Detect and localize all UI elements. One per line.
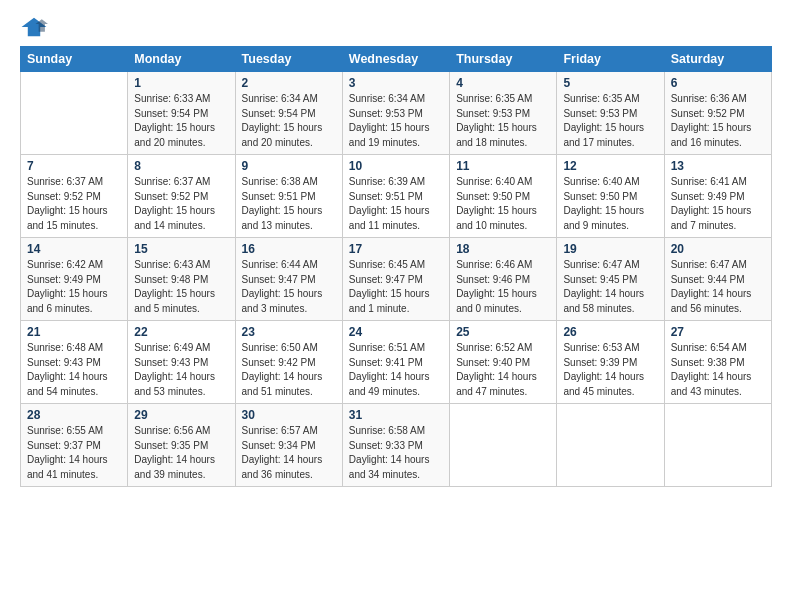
calendar-cell: 22Sunrise: 6:49 AM Sunset: 9:43 PM Dayli… [128, 321, 235, 404]
calendar-cell: 4Sunrise: 6:35 AM Sunset: 9:53 PM Daylig… [450, 72, 557, 155]
day-info: Sunrise: 6:39 AM Sunset: 9:51 PM Dayligh… [349, 175, 443, 233]
day-info: Sunrise: 6:37 AM Sunset: 9:52 PM Dayligh… [134, 175, 228, 233]
day-number: 23 [242, 325, 336, 339]
day-number: 15 [134, 242, 228, 256]
day-info: Sunrise: 6:56 AM Sunset: 9:35 PM Dayligh… [134, 424, 228, 482]
header-day-monday: Monday [128, 47, 235, 72]
day-number: 18 [456, 242, 550, 256]
day-number: 4 [456, 76, 550, 90]
day-info: Sunrise: 6:35 AM Sunset: 9:53 PM Dayligh… [563, 92, 657, 150]
day-number: 5 [563, 76, 657, 90]
week-row-1: 1Sunrise: 6:33 AM Sunset: 9:54 PM Daylig… [21, 72, 772, 155]
calendar-cell: 18Sunrise: 6:46 AM Sunset: 9:46 PM Dayli… [450, 238, 557, 321]
calendar-cell: 15Sunrise: 6:43 AM Sunset: 9:48 PM Dayli… [128, 238, 235, 321]
calendar-cell [664, 404, 771, 487]
day-info: Sunrise: 6:34 AM Sunset: 9:53 PM Dayligh… [349, 92, 443, 150]
calendar-cell: 14Sunrise: 6:42 AM Sunset: 9:49 PM Dayli… [21, 238, 128, 321]
calendar-cell: 7Sunrise: 6:37 AM Sunset: 9:52 PM Daylig… [21, 155, 128, 238]
day-info: Sunrise: 6:57 AM Sunset: 9:34 PM Dayligh… [242, 424, 336, 482]
day-info: Sunrise: 6:52 AM Sunset: 9:40 PM Dayligh… [456, 341, 550, 399]
day-number: 12 [563, 159, 657, 173]
calendar-cell: 27Sunrise: 6:54 AM Sunset: 9:38 PM Dayli… [664, 321, 771, 404]
calendar-cell: 24Sunrise: 6:51 AM Sunset: 9:41 PM Dayli… [342, 321, 449, 404]
calendar-cell: 10Sunrise: 6:39 AM Sunset: 9:51 PM Dayli… [342, 155, 449, 238]
day-info: Sunrise: 6:43 AM Sunset: 9:48 PM Dayligh… [134, 258, 228, 316]
day-number: 1 [134, 76, 228, 90]
day-info: Sunrise: 6:41 AM Sunset: 9:49 PM Dayligh… [671, 175, 765, 233]
calendar-cell: 21Sunrise: 6:48 AM Sunset: 9:43 PM Dayli… [21, 321, 128, 404]
header-day-saturday: Saturday [664, 47, 771, 72]
calendar-cell: 28Sunrise: 6:55 AM Sunset: 9:37 PM Dayli… [21, 404, 128, 487]
week-row-3: 14Sunrise: 6:42 AM Sunset: 9:49 PM Dayli… [21, 238, 772, 321]
day-info: Sunrise: 6:47 AM Sunset: 9:44 PM Dayligh… [671, 258, 765, 316]
calendar-cell: 3Sunrise: 6:34 AM Sunset: 9:53 PM Daylig… [342, 72, 449, 155]
day-number: 28 [27, 408, 121, 422]
day-number: 31 [349, 408, 443, 422]
header-row: SundayMondayTuesdayWednesdayThursdayFrid… [21, 47, 772, 72]
day-number: 22 [134, 325, 228, 339]
day-number: 8 [134, 159, 228, 173]
day-info: Sunrise: 6:44 AM Sunset: 9:47 PM Dayligh… [242, 258, 336, 316]
day-info: Sunrise: 6:47 AM Sunset: 9:45 PM Dayligh… [563, 258, 657, 316]
day-number: 11 [456, 159, 550, 173]
day-info: Sunrise: 6:40 AM Sunset: 9:50 PM Dayligh… [456, 175, 550, 233]
day-info: Sunrise: 6:51 AM Sunset: 9:41 PM Dayligh… [349, 341, 443, 399]
calendar-cell: 13Sunrise: 6:41 AM Sunset: 9:49 PM Dayli… [664, 155, 771, 238]
calendar-cell: 6Sunrise: 6:36 AM Sunset: 9:52 PM Daylig… [664, 72, 771, 155]
day-info: Sunrise: 6:40 AM Sunset: 9:50 PM Dayligh… [563, 175, 657, 233]
day-info: Sunrise: 6:45 AM Sunset: 9:47 PM Dayligh… [349, 258, 443, 316]
day-info: Sunrise: 6:34 AM Sunset: 9:54 PM Dayligh… [242, 92, 336, 150]
header-day-friday: Friday [557, 47, 664, 72]
day-info: Sunrise: 6:53 AM Sunset: 9:39 PM Dayligh… [563, 341, 657, 399]
day-info: Sunrise: 6:58 AM Sunset: 9:33 PM Dayligh… [349, 424, 443, 482]
day-number: 16 [242, 242, 336, 256]
day-number: 13 [671, 159, 765, 173]
day-info: Sunrise: 6:48 AM Sunset: 9:43 PM Dayligh… [27, 341, 121, 399]
day-info: Sunrise: 6:46 AM Sunset: 9:46 PM Dayligh… [456, 258, 550, 316]
day-number: 14 [27, 242, 121, 256]
header-day-thursday: Thursday [450, 47, 557, 72]
calendar-cell [450, 404, 557, 487]
day-info: Sunrise: 6:38 AM Sunset: 9:51 PM Dayligh… [242, 175, 336, 233]
calendar-cell: 11Sunrise: 6:40 AM Sunset: 9:50 PM Dayli… [450, 155, 557, 238]
header-day-tuesday: Tuesday [235, 47, 342, 72]
calendar-cell: 31Sunrise: 6:58 AM Sunset: 9:33 PM Dayli… [342, 404, 449, 487]
week-row-2: 7Sunrise: 6:37 AM Sunset: 9:52 PM Daylig… [21, 155, 772, 238]
day-info: Sunrise: 6:35 AM Sunset: 9:53 PM Dayligh… [456, 92, 550, 150]
day-number: 20 [671, 242, 765, 256]
day-number: 6 [671, 76, 765, 90]
day-number: 3 [349, 76, 443, 90]
day-number: 9 [242, 159, 336, 173]
calendar-cell: 16Sunrise: 6:44 AM Sunset: 9:47 PM Dayli… [235, 238, 342, 321]
calendar-cell [21, 72, 128, 155]
day-info: Sunrise: 6:37 AM Sunset: 9:52 PM Dayligh… [27, 175, 121, 233]
day-info: Sunrise: 6:49 AM Sunset: 9:43 PM Dayligh… [134, 341, 228, 399]
calendar-cell: 26Sunrise: 6:53 AM Sunset: 9:39 PM Dayli… [557, 321, 664, 404]
calendar-cell: 25Sunrise: 6:52 AM Sunset: 9:40 PM Dayli… [450, 321, 557, 404]
calendar-cell: 9Sunrise: 6:38 AM Sunset: 9:51 PM Daylig… [235, 155, 342, 238]
calendar-cell: 29Sunrise: 6:56 AM Sunset: 9:35 PM Dayli… [128, 404, 235, 487]
calendar-cell: 17Sunrise: 6:45 AM Sunset: 9:47 PM Dayli… [342, 238, 449, 321]
calendar-cell: 12Sunrise: 6:40 AM Sunset: 9:50 PM Dayli… [557, 155, 664, 238]
logo-icon [20, 16, 48, 38]
calendar-cell: 30Sunrise: 6:57 AM Sunset: 9:34 PM Dayli… [235, 404, 342, 487]
calendar-table: SundayMondayTuesdayWednesdayThursdayFrid… [20, 46, 772, 487]
day-number: 25 [456, 325, 550, 339]
calendar-cell: 1Sunrise: 6:33 AM Sunset: 9:54 PM Daylig… [128, 72, 235, 155]
logo [20, 16, 52, 38]
calendar-cell: 23Sunrise: 6:50 AM Sunset: 9:42 PM Dayli… [235, 321, 342, 404]
day-number: 7 [27, 159, 121, 173]
day-info: Sunrise: 6:50 AM Sunset: 9:42 PM Dayligh… [242, 341, 336, 399]
week-row-4: 21Sunrise: 6:48 AM Sunset: 9:43 PM Dayli… [21, 321, 772, 404]
day-number: 17 [349, 242, 443, 256]
day-number: 2 [242, 76, 336, 90]
day-info: Sunrise: 6:54 AM Sunset: 9:38 PM Dayligh… [671, 341, 765, 399]
header-day-sunday: Sunday [21, 47, 128, 72]
calendar-cell: 5Sunrise: 6:35 AM Sunset: 9:53 PM Daylig… [557, 72, 664, 155]
day-info: Sunrise: 6:33 AM Sunset: 9:54 PM Dayligh… [134, 92, 228, 150]
calendar-cell: 19Sunrise: 6:47 AM Sunset: 9:45 PM Dayli… [557, 238, 664, 321]
day-number: 19 [563, 242, 657, 256]
day-info: Sunrise: 6:55 AM Sunset: 9:37 PM Dayligh… [27, 424, 121, 482]
calendar-header: SundayMondayTuesdayWednesdayThursdayFrid… [21, 47, 772, 72]
calendar-cell: 20Sunrise: 6:47 AM Sunset: 9:44 PM Dayli… [664, 238, 771, 321]
